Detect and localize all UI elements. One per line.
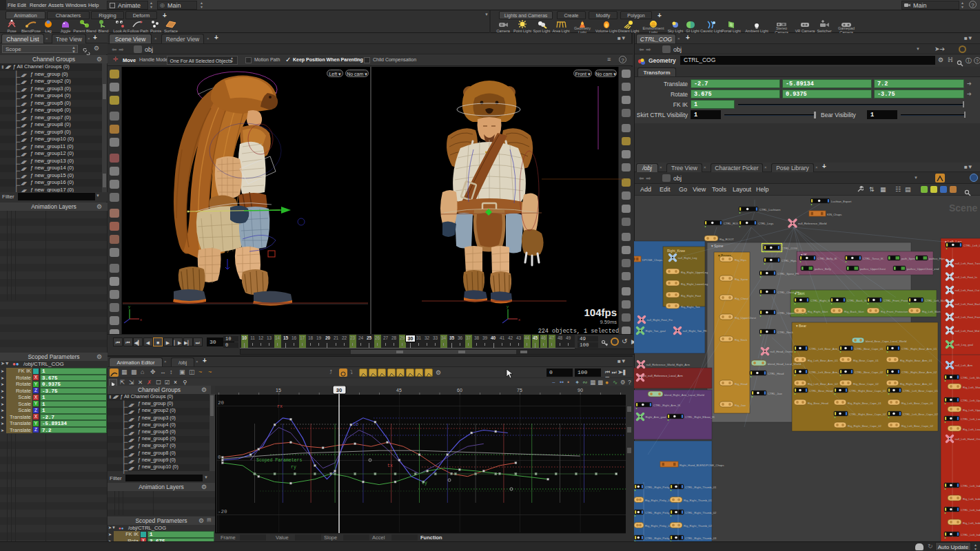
svg-text:-20: -20: [218, 509, 227, 514]
svg-text:Luchtan_Export: Luchtan_Export: [831, 200, 852, 203]
svg-text:Rig_Left_Index_01: Rig_Left_Index_01: [963, 497, 980, 501]
svg-text:CTRL_Right_Thumb_01: CTRL_Right_Thumb_01: [685, 486, 717, 489]
svg-text:15: 15: [276, 388, 281, 393]
svg-text:Rig_Left_Bear_Cape_02: Rig_Left_Bear_Cape_02: [901, 424, 934, 428]
svg-text:CTRL_Bear_Head: CTRL_Bear_Head: [809, 389, 833, 393]
svg-text:null_Right_Foot_Fix: null_Right_Foot_Fix: [647, 318, 673, 322]
svg-text:Rig_Bear_Cape_02: Rig_Bear_Cape_02: [853, 382, 879, 386]
svg-text:CTRL_COG: CTRL_COG: [782, 247, 797, 250]
svg-text:CTRL_Left_Shoulder: CTRL_Left_Shoulder: [961, 376, 980, 380]
svg-text:CTRL_Left_UpperArm: CTRL_Left_UpperArm: [961, 399, 980, 402]
svg-text:CTRL_Spine_FK: CTRL_Spine_FK: [777, 272, 799, 276]
svg-text:CTRL_Left_Bear_Cape_01: CTRL_Left_Bear_Cape_01: [903, 389, 938, 393]
svg-text:45: 45: [396, 388, 402, 393]
svg-text:null_Left_Foot_Twist: null_Left_Foot_Twist: [955, 262, 980, 265]
svg-text:Rig_Right_Thumb_01: Rig_Right_Thumb_01: [684, 499, 712, 502]
svg-text:CTRL_Right_Pinky_0: CTRL_Right_Pinky_0: [645, 511, 673, 514]
svg-text:CTRL_Left_Bear_Arm_02: CTRL_Left_Bear_Arm_02: [809, 371, 843, 374]
svg-text:Rig_Right_Thumb_02: Rig_Right_Thumb_02: [684, 524, 712, 528]
svg-text:CTRL_Right_Bear_Cape_01: CTRL_Right_Bear_Cape_01: [849, 389, 886, 393]
svg-text:Right_null_Reference_Local_Arm: Right_null_Reference_Local_Arm: [640, 374, 683, 377]
svg-text:Rig_Spine: Rig_Spine: [735, 278, 748, 281]
svg-text:20: 20: [218, 400, 225, 406]
svg-text:Rig_Back_Skirt: Rig_Back_Skirt: [844, 310, 864, 313]
svg-text:Rig_Right_Pinky_02: Rig_Right_Pinky_02: [645, 524, 672, 528]
svg-text:null_Left_Foot_Mid: null_Left_Foot_Mid: [955, 329, 980, 333]
svg-text:CTRL_Bear_Cape_01: CTRL_Bear_Cape_01: [855, 347, 884, 351]
svg-text:CTRL_Neck: CTRL_Neck: [777, 331, 794, 334]
svg-text:null_Head_Orient: null_Head_Orient: [770, 350, 793, 353]
svg-text:CTRL_Right_Thumb_02: CTRL_Right_Thumb_02: [685, 511, 717, 514]
svg-text:null_Right_Toe_FK: null_Right_Toe_FK: [683, 329, 708, 333]
svg-text:null_Reference_World_Right_Arm: null_Reference_World_Right_Arm: [646, 363, 691, 366]
svg-text:Rig_Left_LowerArm: Rig_Left_LowerArm: [963, 428, 980, 431]
svg-text:Scene: Scene: [949, 202, 977, 214]
svg-text:y: y: [507, 304, 509, 309]
svg-text:Right_Toe_goal: Right_Toe_goal: [646, 329, 666, 333]
svg-text:pathcv_UpperChest_end: pathcv_UpperChest_end: [907, 267, 939, 271]
svg-text:CTRL_Hips: CTRL_Hips: [782, 259, 797, 262]
svg-text:30: 30: [336, 387, 342, 393]
svg-text:ry: ry: [291, 465, 296, 470]
svg-text:Rig_Right_Skirt: Rig_Right_Skirt: [808, 310, 828, 313]
svg-text:null_Left_Foot_Out: null_Left_Foot_Out: [955, 289, 980, 292]
svg-text:CTRL_Chest_FK: CTRL_Chest_FK: [777, 291, 799, 294]
svg-text:Rig_UpperChest: Rig_UpperChest: [735, 316, 757, 320]
svg-text:Rig_Right_UpperLeg: Rig_Right_UpperLeg: [681, 271, 708, 274]
svg-text:null_Left_Hand_Orie: null_Left_Hand_Orie: [955, 437, 980, 441]
svg-text:CTRL_Legs: CTRL_Legs: [758, 222, 773, 225]
svg-text:CTRL_Luchtann: CTRL_Luchtann: [759, 208, 781, 211]
svg-text:Rig_Left_Bear_Arm_01: Rig_Left_Bear_Arm_01: [808, 359, 838, 362]
svg-text:CTRL_Right_Pinky_0: CTRL_Right_Pinky_0: [645, 537, 673, 540]
svg-text:DPOSE_Chops: DPOSE_Chops: [642, 258, 662, 262]
svg-text:null_Left_Arm: null_Left_Arm: [955, 364, 973, 367]
svg-text:Rig_Right_LowerLeg: Rig_Right_LowerLeg: [681, 282, 708, 286]
svg-text:null_Left_Foot_In: null_Left_Foot_In: [955, 276, 978, 279]
svg-text:104fps: 104fps: [584, 306, 617, 318]
svg-text:tz: tz: [353, 422, 358, 427]
svg-text:Rig_Jaw: Rig_Jaw: [735, 404, 746, 407]
svg-text:CTRL_Right_Bear_Arm_02: CTRL_Right_Bear_Arm_02: [901, 371, 937, 374]
svg-text:Rig_Right_Bear_Arm_02: Rig_Right_Bear_Arm_02: [900, 382, 932, 386]
svg-text:CTRL_Right_Bear_Arm_01: CTRL_Right_Bear_Arm_01: [901, 347, 937, 351]
svg-text:75: 75: [517, 388, 522, 393]
svg-text:KIN_Chaps: KIN_Chaps: [827, 213, 841, 216]
svg-text:Right_Arm_goal: Right_Arm_goal: [646, 415, 666, 419]
svg-text:60: 60: [457, 388, 462, 393]
svg-text:rx: rx: [277, 404, 283, 409]
svg-text:CTRL_Head: CTRL_Head: [768, 372, 784, 375]
svg-text:Rig_Left_Index_02: Rig_Left_Index_02: [963, 521, 980, 525]
svg-text:null_Left_Foot_Back: null_Left_Foot_Back: [955, 302, 980, 306]
svg-text:Rig_Bear_Cape_01: Rig_Bear_Cape_01: [853, 359, 879, 362]
svg-text:tx: tx: [387, 464, 393, 468]
svg-text:CTRL_Torso_IK: CTRL_Torso_IK: [863, 257, 884, 260]
svg-text:blend_Right_Arm_Local_World: blend_Right_Arm_Local_World: [664, 393, 705, 397]
svg-text:null_Right_Leg: null_Right_Leg: [678, 256, 698, 260]
svg-text:Rig_Bear_Head: Rig_Bear_Head: [808, 402, 828, 405]
svg-text:CTRL_Right_Elbow_IK: CTRL_Right_Elbow_IK: [685, 415, 715, 419]
svg-text:CTRL_Right_Thumb_03: CTRL_Right_Thumb_03: [685, 537, 717, 540]
svg-text:CTRL_Left_LowerArm: CTRL_Left_LowerArm: [961, 417, 980, 421]
svg-text:Left_Leg_goal: Left_Leg_goal: [955, 343, 974, 346]
svg-text:CTRL_Left_Skirt: CTRL_Left_Skirt: [925, 299, 947, 302]
svg-text:Rig_Right_Foot: Rig_Right_Foot: [681, 294, 702, 298]
svg-text:CTRL_Belly_IK: CTRL_Belly_IK: [817, 257, 837, 260]
svg-text:Scoped Parameters: Scoped Parameters: [256, 458, 302, 463]
svg-text:9.59ms: 9.59ms: [600, 319, 617, 325]
svg-text:Rig_Left_Shoulder: Rig_Left_Shoulder: [963, 386, 980, 389]
svg-text:x: x: [518, 318, 520, 322]
svg-text:pathcv_UpperChest: pathcv_UpperChest: [860, 267, 886, 271]
svg-text:Rig_Left_Bear_Cape_01: Rig_Left_Bear_Cape_01: [901, 402, 934, 405]
svg-text:Rig_Front_Protection: Rig_Front_Protection: [881, 310, 908, 313]
svg-text:Rig_Right_Bear_Cape_02: Rig_Right_Bear_Cape_02: [848, 424, 882, 428]
svg-text:CTRL_Jaw: CTRL_Jaw: [768, 392, 783, 395]
svg-text:CTRL_Right_Pinky_0: CTRL_Right_Pinky_0: [645, 486, 673, 489]
svg-text:CTRL_Left_Index_0: CTRL_Left_Index_0: [961, 508, 980, 512]
svg-text:CTRL_Right_Arm_IK: CTRL_Right_Arm_IK: [653, 404, 681, 407]
svg-text:Rig_Neck: Rig_Neck: [735, 338, 748, 342]
svg-text:Right_Knee: Right_Knee: [667, 249, 685, 253]
svg-text:pathcv_Hips: pathcv_Hips: [929, 257, 945, 260]
svg-text:Rig_Head: Rig_Head: [735, 382, 748, 386]
svg-text:Rig_Right_Toe: Rig_Right_Toe: [681, 305, 700, 309]
svg-text:Rig_ROOT: Rig_ROOT: [719, 238, 734, 241]
